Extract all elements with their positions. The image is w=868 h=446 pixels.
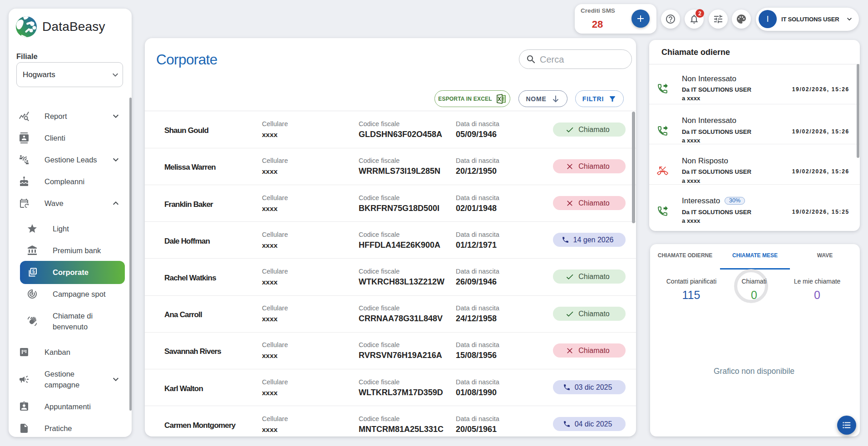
svg-text:5: 5 <box>32 269 35 274</box>
